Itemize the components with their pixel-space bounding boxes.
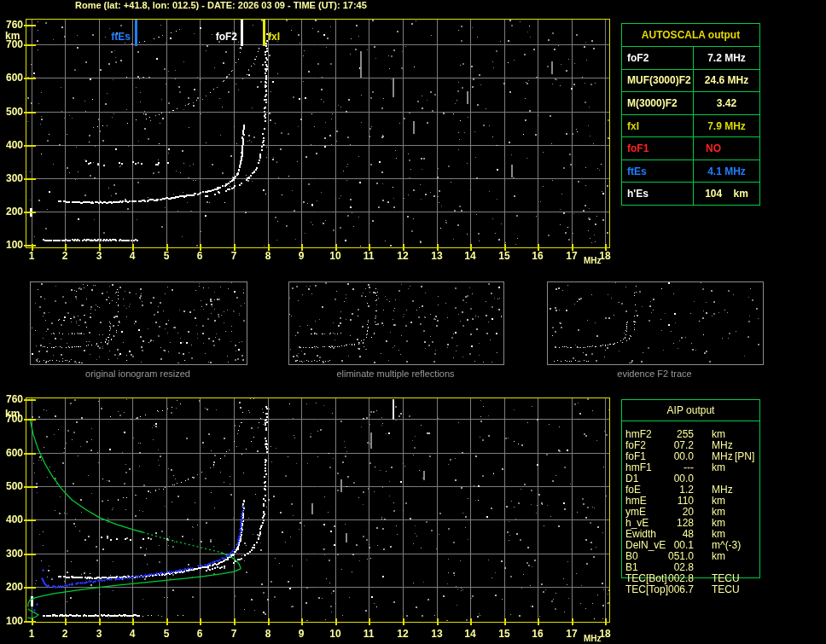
marker-label-fxI: fxI bbox=[268, 31, 280, 42]
thumbnail-caption-2: evidence F2 trace bbox=[547, 368, 762, 379]
x-tick-label-1-10: 10 bbox=[324, 628, 346, 640]
x-tick-label-1-12: 12 bbox=[392, 628, 414, 640]
marker-line-foF2 bbox=[241, 20, 243, 46]
autoscala-row-M(3000)F2: M(3000)F23.42 bbox=[622, 92, 759, 115]
x-tick-label-0-14: 14 bbox=[459, 250, 481, 262]
autoscala-header: AUTOSCALA output bbox=[622, 24, 759, 47]
autoscala-value-foF2: 7.2 MHz bbox=[694, 52, 759, 64]
x-tick-label-0-4: 4 bbox=[121, 250, 143, 262]
marker-label-foF2: foF2 bbox=[208, 31, 237, 42]
autoscala-label-h'Es: h'Es bbox=[622, 183, 694, 205]
y-tick-label-1-600: 600 bbox=[0, 447, 23, 459]
station-title: Rome (lat: +41.8, lon: 012.5) - DATE: 20… bbox=[75, 0, 367, 10]
autoscala-value-foF1: NO bbox=[694, 142, 759, 154]
marker-label-ftEs: ftEs bbox=[102, 31, 131, 42]
x-tick-label-0-15: 15 bbox=[493, 250, 515, 262]
x-tick-label-1-6: 6 bbox=[189, 628, 211, 640]
autoscala-row-foF1: foF1NO bbox=[622, 137, 759, 160]
aip-row-hmF1: hmF1---km bbox=[625, 462, 822, 473]
x-tick-label-1-15: 15 bbox=[493, 628, 515, 640]
x-axis-unit-1: MHz bbox=[584, 634, 602, 643]
autoscala-row-MUF(3000)F2: MUF(3000)F224.6 MHz bbox=[622, 70, 759, 93]
y-axis-unit-1: km bbox=[5, 408, 20, 420]
aip-row-B0: B0051.0km bbox=[625, 551, 822, 562]
y-axis-unit-0: km bbox=[5, 30, 20, 42]
autoscala-value-fxI: 7.9 MHz bbox=[694, 120, 759, 132]
x-tick-label-1-1: 1 bbox=[20, 628, 43, 640]
y-tick-label-0-500: 500 bbox=[0, 106, 23, 118]
autoscala-value-ftEs: 4.1 MHz bbox=[694, 165, 759, 177]
autoscala-label-foF2: foF2 bbox=[622, 47, 694, 69]
marker-line-ftEs bbox=[135, 20, 137, 46]
y-tick-label-0-200: 200 bbox=[0, 206, 23, 218]
autoscala-row-h'Es: h'Es104 km bbox=[622, 183, 759, 205]
thumbnail-caption-0: original ionogram resized bbox=[30, 368, 246, 379]
autoscala-value-M(3000)F2: 3.42 bbox=[694, 97, 759, 109]
autoscala-value-h'Es: 104 km bbox=[694, 188, 759, 200]
x-tick-label-1-16: 16 bbox=[526, 628, 549, 640]
aip-v-TEC[Top]: 006.7 bbox=[665, 584, 694, 595]
x-tick-label-0-2: 2 bbox=[54, 250, 76, 262]
y-tick-label-1-760: 760 bbox=[0, 393, 23, 405]
y-tick-label-0-400: 400 bbox=[0, 139, 23, 151]
y-tick-label-0-300: 300 bbox=[0, 172, 23, 184]
autoscala-label-foF1: foF1 bbox=[622, 137, 694, 160]
x-tick-label-1-2: 2 bbox=[54, 628, 76, 640]
x-tick-label-0-7: 7 bbox=[223, 250, 245, 262]
aip-e-foF1: [PN] bbox=[735, 451, 754, 462]
x-tick-label-1-17: 17 bbox=[561, 628, 583, 640]
autoscala-rows: foF27.2 MHzMUF(3000)F224.6 MHzM(3000)F23… bbox=[622, 47, 759, 205]
aip-u-B0: km bbox=[712, 551, 725, 562]
y-tick-label-0-100: 100 bbox=[0, 239, 23, 251]
x-tick-label-0-13: 13 bbox=[426, 250, 448, 262]
x-tick-label-0-6: 6 bbox=[189, 250, 211, 262]
x-tick-label-1-7: 7 bbox=[223, 628, 245, 640]
x-tick-label-1-11: 11 bbox=[358, 628, 380, 640]
y-tick-label-1-200: 200 bbox=[0, 581, 23, 593]
y-tick-label-0-600: 600 bbox=[0, 72, 23, 84]
marker-line-fxI bbox=[263, 20, 265, 46]
x-tick-label-1-3: 3 bbox=[88, 628, 110, 640]
autoscala-label-ftEs: ftEs bbox=[622, 160, 694, 183]
x-tick-label-0-10: 10 bbox=[324, 250, 346, 262]
thumbnail-frame-2 bbox=[547, 281, 764, 365]
y-tick-label-1-300: 300 bbox=[0, 548, 23, 560]
bottom-ionogram-frame bbox=[26, 397, 610, 623]
aip-row-TEC[Top]: TEC[Top]006.7TECU bbox=[625, 584, 822, 595]
top-ionogram-frame bbox=[26, 19, 610, 248]
autoscala-panel: AUTOSCALA output foF27.2 MHzMUF(3000)F22… bbox=[621, 23, 760, 206]
x-tick-label-0-1: 1 bbox=[20, 250, 43, 262]
x-tick-label-0-5: 5 bbox=[155, 250, 177, 262]
x-tick-label-1-8: 8 bbox=[257, 628, 279, 640]
x-tick-label-0-16: 16 bbox=[526, 250, 549, 262]
x-tick-label-1-5: 5 bbox=[155, 628, 177, 640]
aip-u-TEC[Top]: TECU bbox=[712, 584, 740, 595]
x-tick-label-0-17: 17 bbox=[561, 250, 583, 262]
y-tick-label-0-760: 760 bbox=[0, 19, 23, 31]
autoscala-screen: Rome (lat: +41.8, lon: 012.5) - DATE: 20… bbox=[0, 0, 826, 644]
autoscala-value-MUF(3000)F2: 24.6 MHz bbox=[694, 74, 759, 86]
x-tick-label-1-13: 13 bbox=[426, 628, 448, 640]
autoscala-label-MUF(3000)F2: MUF(3000)F2 bbox=[622, 70, 694, 92]
autoscala-row-fxI: fxI7.9 MHz bbox=[622, 115, 759, 138]
x-tick-label-0-9: 9 bbox=[290, 250, 312, 262]
x-tick-label-1-9: 9 bbox=[290, 628, 312, 640]
x-axis-unit-0: MHz bbox=[584, 256, 602, 265]
x-tick-label-0-12: 12 bbox=[392, 250, 414, 262]
x-tick-label-0-8: 8 bbox=[257, 250, 279, 262]
y-tick-label-1-100: 100 bbox=[0, 615, 23, 627]
aip-u-hmF1: km bbox=[712, 462, 725, 473]
x-tick-label-1-14: 14 bbox=[459, 628, 481, 640]
autoscala-row-ftEs: ftEs4.1 MHz bbox=[622, 160, 759, 183]
autoscala-label-M(3000)F2: M(3000)F2 bbox=[622, 92, 694, 114]
y-tick-label-1-500: 500 bbox=[0, 480, 23, 492]
aip-l-TEC[Top]: TEC[Top] bbox=[625, 584, 668, 595]
thumbnail-frame-0 bbox=[30, 281, 247, 365]
autoscala-label-fxI: fxI bbox=[622, 115, 694, 137]
aip-header: AIP output bbox=[621, 399, 760, 421]
x-tick-label-0-3: 3 bbox=[88, 250, 110, 262]
thumbnail-caption-1: eliminate multiple reflections bbox=[288, 368, 503, 379]
x-tick-label-1-4: 4 bbox=[121, 628, 143, 640]
thumbnail-frame-1 bbox=[288, 281, 504, 365]
y-tick-label-1-400: 400 bbox=[0, 513, 23, 525]
